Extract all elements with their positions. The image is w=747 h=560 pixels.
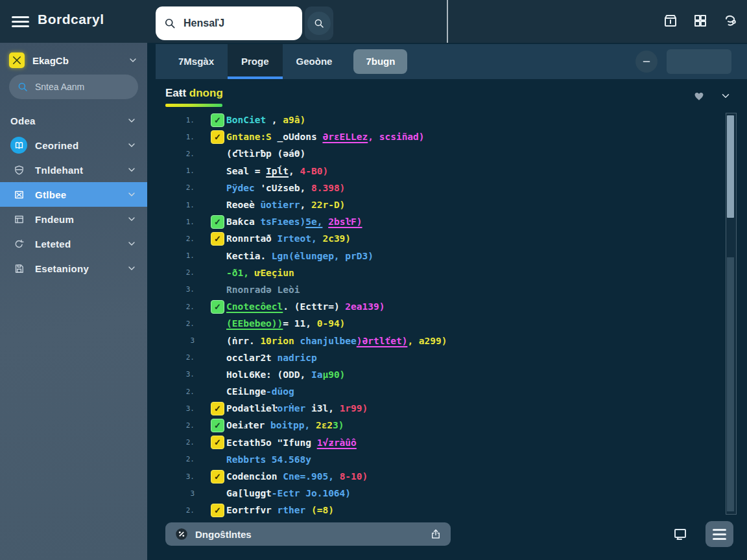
code-line: 2.(ƈŀtìrƀp (ǝáƟ) (147, 145, 723, 162)
tab-proge[interactable]: Proge (228, 44, 283, 79)
line-number: 2. (167, 438, 195, 447)
checkbox-checked-green[interactable]: ✓ (211, 300, 224, 314)
chevron-down-icon[interactable] (126, 165, 137, 175)
chevron-down-icon[interactable] (126, 263, 137, 274)
code-token: Ronnrtað (226, 233, 278, 244)
chevron-down-icon[interactable] (720, 90, 731, 102)
tab-geo-ne[interactable]: Geoòne (283, 44, 346, 79)
sidebar-item-leteted[interactable]: Leteted (0, 231, 147, 256)
code-line: 1.✓Baƙca tsFıees)5e, 2bsŀF) (147, 213, 723, 230)
code-token: Eortrfvr (226, 505, 278, 515)
sidebar-item-ceorined[interactable]: Ceorined (0, 133, 147, 158)
code-list: 1.✓BonCiet , a9â)1.✓Gntane:S _oUdons Ərɛ… (147, 111, 723, 520)
scrollbar-track[interactable] (726, 113, 737, 515)
monitor-icon[interactable] (672, 526, 688, 542)
checkbox-checked-yellow[interactable]: ✓ (211, 232, 224, 246)
sidebar-item-list: OdeaCeorinedTnldehantGtlbeeFndeumLeteted… (0, 108, 147, 281)
code-token: chanjulbee (300, 336, 357, 346)
checkbox-checked-yellow[interactable]: ✓ (211, 130, 224, 144)
chevron-down-icon[interactable] (126, 214, 137, 224)
chevron-down-icon[interactable] (126, 140, 137, 150)
grid-icon[interactable] (693, 13, 708, 29)
sidebar-item-gtlbee[interactable]: Gtlbee (0, 182, 147, 207)
checkbox-checked-yellow[interactable]: ✓ (211, 436, 224, 449)
upload-icon[interactable] (430, 528, 442, 540)
title-underline (165, 104, 222, 107)
code-token: 2ea139) (345, 301, 385, 312)
workspace-x-icon (9, 52, 25, 68)
code-token: -Ectr Jo.1064) (272, 488, 351, 498)
chevron-down-icon[interactable] (126, 239, 137, 249)
code-token: Rebbrts 54.568y (226, 454, 311, 465)
code-token: Gntane:S (226, 132, 272, 142)
checkbox-slot: ✓ (211, 130, 226, 144)
collapse-button[interactable] (635, 51, 658, 73)
code-token: nadricp (278, 353, 317, 363)
chevron-down-icon[interactable] (126, 115, 137, 126)
code-token: 1√ƶràûô (317, 438, 357, 448)
line-number: 2. (167, 320, 195, 328)
code-line: 1.Seal = Ipĺt, 4-B0) (147, 163, 723, 180)
line-number: 2. (167, 235, 195, 243)
sidebar-item-label: Ceorined (35, 140, 126, 151)
code-text: Reoeè ūotierr, 22r-D) (226, 200, 345, 210)
archive-icon[interactable] (663, 13, 678, 29)
status-pill[interactable]: Dngoŝtlntes (165, 522, 451, 546)
scrollbar-thumb-secondary[interactable] (727, 257, 734, 511)
code-token: 5e, (305, 216, 322, 227)
code-text: (ṅrr. 10rion chanjulbee)Ərtlťet), a299) (226, 336, 447, 346)
code-token: Cne=.905, (283, 471, 339, 482)
code-token: tsFıees) (260, 216, 305, 227)
workspace-switcher[interactable]: EkagCb (9, 52, 138, 68)
line-number: 2. (167, 150, 195, 158)
sidebar-item-label: Fndeum (35, 214, 126, 225)
line-number: 1. (167, 167, 195, 175)
percent-circle-icon (174, 527, 189, 541)
code-token: ūotierr (260, 200, 300, 210)
code-token: , scsiñad) (368, 132, 424, 142)
code-text: Baƙca tsFıees)5e, 2bsŀF) (226, 216, 362, 227)
global-search-input[interactable] (182, 17, 289, 30)
checkbox-checked-green[interactable]: ✓ (211, 419, 224, 432)
scrollbar-thumb[interactable] (727, 115, 734, 218)
code-text: Cnotecôecl. (Ecttr=) 2ea139) (226, 301, 385, 312)
checkbox-checked-yellow[interactable]: ✓ (211, 504, 224, 517)
sidebar-item-fndeum[interactable]: Fndeum (0, 207, 147, 231)
code-token: Ga[luggt (226, 488, 272, 498)
window-icon (10, 211, 27, 228)
sidebar-search-box[interactable] (9, 75, 138, 99)
tab-7bugn[interactable]: 7bugn (353, 49, 407, 74)
menu-button[interactable] (706, 521, 733, 547)
chevron-down-icon[interactable] (128, 55, 138, 65)
tab-7msg-x[interactable]: 7Msgàx (165, 44, 228, 79)
sidebar-item-esetaniony[interactable]: Esetaniony (0, 256, 147, 281)
tabbar-input[interactable] (667, 49, 731, 74)
code-token: 'cUżseb, (255, 183, 311, 193)
checkbox-checked-green[interactable]: ✓ (211, 113, 224, 127)
save-icon (10, 260, 27, 277)
checkbox-checked-yellow[interactable]: ✓ (211, 470, 224, 484)
heart-icon[interactable] (693, 89, 706, 102)
global-search-box[interactable] (156, 6, 302, 40)
search-icon (17, 81, 29, 93)
code-line: 1.Kectia. Lgn(ėlungep, prD3) (147, 248, 723, 264)
chevron-down-icon[interactable] (126, 189, 137, 200)
sidebar-item-odea[interactable]: Odea (0, 108, 147, 133)
code-token: (ṅrr. (226, 336, 260, 346)
sidebar-item-tnldehant[interactable]: Tnldehant (0, 158, 147, 182)
hamburger-menu-icon[interactable] (12, 14, 29, 28)
lasso-icon[interactable] (722, 13, 738, 29)
line-number: 2. (167, 268, 195, 277)
line-number: 2. (167, 303, 195, 311)
code-text: PodatlieŀorḢer i3l, 1r99) (226, 403, 368, 414)
line-number: 1. (167, 116, 195, 124)
code-text: Kectia. Lgn(ėlungep, prD3) (226, 251, 374, 261)
sidebar-search-input[interactable] (34, 81, 127, 93)
code-token: Kectia. (226, 251, 272, 261)
code-token: )Ərtlťet) (357, 336, 408, 346)
code-token: Pÿdec (226, 183, 255, 193)
checkbox-checked-green[interactable]: ✓ (211, 215, 224, 229)
checkbox-slot: ✓ (211, 215, 226, 229)
search-button[interactable] (307, 12, 331, 35)
checkbox-checked-yellow[interactable]: ✓ (211, 402, 224, 415)
